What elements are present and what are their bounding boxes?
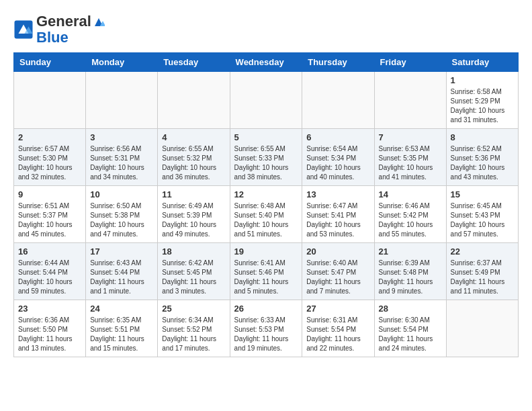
day-info: Sunrise: 6:52 AM Sunset: 5:36 PM Dayligh… — [451, 144, 514, 182]
day-number: 19 — [234, 246, 298, 257]
weekday-header-row: SundayMondayTuesdayWednesdayThursdayFrid… — [14, 53, 519, 72]
day-info: Sunrise: 6:48 AM Sunset: 5:40 PM Dayligh… — [234, 201, 298, 239]
calendar-cell: 18Sunrise: 6:42 AM Sunset: 5:45 PM Dayli… — [158, 243, 230, 300]
day-number: 15 — [451, 189, 514, 199]
calendar-cell: 19Sunrise: 6:41 AM Sunset: 5:46 PM Dayli… — [230, 243, 302, 300]
day-info: Sunrise: 6:39 AM Sunset: 5:48 PM Dayligh… — [379, 259, 442, 296]
week-row-3: 9Sunrise: 6:51 AM Sunset: 5:37 PM Daylig… — [14, 186, 519, 243]
day-number: 1 — [451, 75, 514, 85]
day-info: Sunrise: 6:54 AM Sunset: 5:34 PM Dayligh… — [306, 144, 369, 182]
day-number: 8 — [451, 132, 514, 142]
calendar-cell: 3Sunrise: 6:56 AM Sunset: 5:31 PM Daylig… — [86, 129, 158, 186]
calendar: SundayMondayTuesdayWednesdayThursdayFrid… — [13, 52, 519, 357]
week-row-4: 16Sunrise: 6:44 AM Sunset: 5:44 PM Dayli… — [14, 243, 519, 300]
day-number: 5 — [234, 132, 298, 142]
calendar-cell: 25Sunrise: 6:34 AM Sunset: 5:52 PM Dayli… — [158, 300, 230, 357]
logo: GeneralBlue — [13, 13, 105, 46]
week-row-5: 23Sunrise: 6:36 AM Sunset: 5:50 PM Dayli… — [14, 300, 519, 357]
day-info: Sunrise: 6:34 AM Sunset: 5:52 PM Dayligh… — [162, 316, 225, 353]
calendar-cell: 8Sunrise: 6:52 AM Sunset: 5:36 PM Daylig… — [446, 129, 518, 186]
day-info: Sunrise: 6:37 AM Sunset: 5:49 PM Dayligh… — [451, 259, 514, 296]
day-info: Sunrise: 6:46 AM Sunset: 5:42 PM Dayligh… — [379, 201, 442, 239]
weekday-header-wednesday: Wednesday — [230, 53, 302, 72]
day-info: Sunrise: 6:40 AM Sunset: 5:47 PM Dayligh… — [306, 259, 369, 296]
day-info: Sunrise: 6:36 AM Sunset: 5:50 PM Dayligh… — [18, 316, 81, 353]
day-info: Sunrise: 6:35 AM Sunset: 5:51 PM Dayligh… — [90, 316, 153, 353]
day-number: 7 — [379, 132, 442, 142]
calendar-cell: 5Sunrise: 6:55 AM Sunset: 5:33 PM Daylig… — [230, 129, 302, 186]
day-number: 4 — [162, 132, 225, 142]
calendar-cell: 27Sunrise: 6:31 AM Sunset: 5:54 PM Dayli… — [302, 300, 374, 357]
day-info: Sunrise: 6:47 AM Sunset: 5:41 PM Dayligh… — [306, 201, 369, 239]
day-info: Sunrise: 6:43 AM Sunset: 5:44 PM Dayligh… — [90, 259, 153, 296]
day-info: Sunrise: 6:50 AM Sunset: 5:38 PM Dayligh… — [90, 201, 153, 239]
day-info: Sunrise: 6:49 AM Sunset: 5:39 PM Dayligh… — [162, 201, 225, 239]
day-info: Sunrise: 6:31 AM Sunset: 5:54 PM Dayligh… — [306, 316, 369, 353]
day-number: 21 — [379, 246, 442, 257]
calendar-cell: 2Sunrise: 6:57 AM Sunset: 5:30 PM Daylig… — [14, 129, 86, 186]
day-info: Sunrise: 6:56 AM Sunset: 5:31 PM Dayligh… — [90, 144, 153, 182]
calendar-cell: 23Sunrise: 6:36 AM Sunset: 5:50 PM Dayli… — [14, 300, 86, 357]
calendar-cell: 21Sunrise: 6:39 AM Sunset: 5:48 PM Dayli… — [374, 243, 446, 300]
day-info: Sunrise: 6:51 AM Sunset: 5:37 PM Dayligh… — [18, 201, 81, 239]
weekday-header-saturday: Saturday — [446, 53, 518, 72]
day-info: Sunrise: 6:55 AM Sunset: 5:33 PM Dayligh… — [234, 144, 298, 182]
day-number: 10 — [90, 189, 153, 199]
day-number: 6 — [306, 132, 369, 142]
calendar-cell: 20Sunrise: 6:40 AM Sunset: 5:47 PM Dayli… — [302, 243, 374, 300]
day-info: Sunrise: 6:55 AM Sunset: 5:32 PM Dayligh… — [162, 144, 225, 182]
week-row-1: 1Sunrise: 6:58 AM Sunset: 5:29 PM Daylig… — [14, 72, 519, 129]
day-number: 23 — [18, 304, 81, 314]
day-number: 24 — [90, 304, 153, 314]
day-info: Sunrise: 6:41 AM Sunset: 5:46 PM Dayligh… — [234, 259, 298, 296]
calendar-cell — [230, 72, 302, 129]
calendar-cell: 15Sunrise: 6:45 AM Sunset: 5:43 PM Dayli… — [446, 186, 518, 243]
day-number: 9 — [18, 189, 81, 199]
weekday-header-sunday: Sunday — [14, 53, 86, 72]
calendar-cell: 10Sunrise: 6:50 AM Sunset: 5:38 PM Dayli… — [86, 186, 158, 243]
page-header: GeneralBlue — [13, 13, 519, 46]
calendar-cell: 22Sunrise: 6:37 AM Sunset: 5:49 PM Dayli… — [446, 243, 518, 300]
calendar-cell: 24Sunrise: 6:35 AM Sunset: 5:51 PM Dayli… — [86, 300, 158, 357]
logo-text: GeneralBlue — [36, 13, 105, 46]
logo-icon — [13, 19, 34, 40]
calendar-cell: 7Sunrise: 6:53 AM Sunset: 5:35 PM Daylig… — [374, 129, 446, 186]
day-number: 18 — [162, 246, 225, 257]
day-number: 13 — [306, 189, 369, 199]
calendar-cell — [86, 72, 158, 129]
weekday-header-tuesday: Tuesday — [158, 53, 230, 72]
day-number: 2 — [18, 132, 81, 142]
calendar-cell: 1Sunrise: 6:58 AM Sunset: 5:29 PM Daylig… — [446, 72, 518, 129]
calendar-cell — [158, 72, 230, 129]
day-number: 12 — [234, 189, 298, 199]
calendar-cell: 17Sunrise: 6:43 AM Sunset: 5:44 PM Dayli… — [86, 243, 158, 300]
day-info: Sunrise: 6:58 AM Sunset: 5:29 PM Dayligh… — [451, 87, 514, 125]
day-info: Sunrise: 6:30 AM Sunset: 5:54 PM Dayligh… — [379, 316, 442, 353]
day-number: 22 — [451, 246, 514, 257]
day-number: 28 — [379, 304, 442, 314]
calendar-cell: 28Sunrise: 6:30 AM Sunset: 5:54 PM Dayli… — [374, 300, 446, 357]
calendar-cell: 6Sunrise: 6:54 AM Sunset: 5:34 PM Daylig… — [302, 129, 374, 186]
calendar-cell — [374, 72, 446, 129]
day-number: 16 — [18, 246, 81, 257]
day-number: 17 — [90, 246, 153, 257]
weekday-header-friday: Friday — [374, 53, 446, 72]
day-number: 3 — [90, 132, 153, 142]
calendar-cell — [446, 300, 518, 357]
calendar-cell: 26Sunrise: 6:33 AM Sunset: 5:53 PM Dayli… — [230, 300, 302, 357]
day-number: 26 — [234, 304, 298, 314]
day-info: Sunrise: 6:44 AM Sunset: 5:44 PM Dayligh… — [18, 259, 81, 296]
calendar-cell: 16Sunrise: 6:44 AM Sunset: 5:44 PM Dayli… — [14, 243, 86, 300]
day-number: 20 — [306, 246, 369, 257]
calendar-cell: 4Sunrise: 6:55 AM Sunset: 5:32 PM Daylig… — [158, 129, 230, 186]
calendar-cell — [14, 72, 86, 129]
day-number: 11 — [162, 189, 225, 199]
calendar-cell: 12Sunrise: 6:48 AM Sunset: 5:40 PM Dayli… — [230, 186, 302, 243]
day-info: Sunrise: 6:53 AM Sunset: 5:35 PM Dayligh… — [379, 144, 442, 182]
calendar-cell: 9Sunrise: 6:51 AM Sunset: 5:37 PM Daylig… — [14, 186, 86, 243]
calendar-cell: 14Sunrise: 6:46 AM Sunset: 5:42 PM Dayli… — [374, 186, 446, 243]
day-number: 25 — [162, 304, 225, 314]
calendar-cell: 13Sunrise: 6:47 AM Sunset: 5:41 PM Dayli… — [302, 186, 374, 243]
week-row-2: 2Sunrise: 6:57 AM Sunset: 5:30 PM Daylig… — [14, 129, 519, 186]
day-info: Sunrise: 6:57 AM Sunset: 5:30 PM Dayligh… — [18, 144, 81, 182]
